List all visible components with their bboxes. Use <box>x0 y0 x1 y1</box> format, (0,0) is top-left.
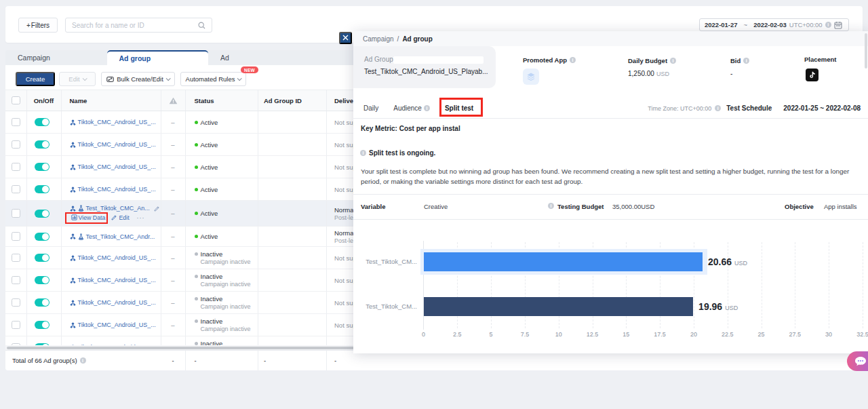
ad-group-detail-panel: Campaign / Ad group Ad Group Test_Tiktok… <box>353 31 868 353</box>
on-off-toggle[interactable] <box>35 298 50 307</box>
on-off-toggle[interactable] <box>35 321 50 329</box>
promoted-app-info-icon[interactable]: i <box>570 57 576 63</box>
ad-group-name-input[interactable] <box>393 56 484 64</box>
row-checkbox[interactable] <box>12 118 20 127</box>
warning-cell-dash: – <box>171 210 174 217</box>
chart-bar[interactable] <box>424 252 703 271</box>
on-off-cell <box>27 178 62 200</box>
chevron-down-icon <box>82 76 87 81</box>
row-checkbox[interactable] <box>12 140 20 149</box>
toggle-knob <box>42 322 49 328</box>
name-cell: Tiktok_CMC_Android_US_... <box>62 314 161 336</box>
on-off-toggle[interactable] <box>35 233 50 241</box>
ad-group-id-cell <box>258 156 327 178</box>
status-dot-icon <box>195 319 198 323</box>
name-cell: Tiktok_CMC_Android_US_... <box>62 336 161 345</box>
header-on-off[interactable]: On/Off <box>27 90 62 111</box>
status-cell: InactiveCampaign inactive <box>186 292 259 313</box>
on-off-toggle[interactable] <box>35 140 50 149</box>
breadcrumb-campaign[interactable]: Campaign <box>363 35 394 43</box>
ad-group-name-link[interactable]: Test_Tiktok_CMC_An... <box>86 205 150 212</box>
row-checkbox[interactable] <box>12 321 20 330</box>
tab-campaign[interactable]: Campaign <box>5 50 107 65</box>
status-subtext: Campaign inactive <box>195 303 251 310</box>
name-cell: Tiktok_CMC_Android_US_... <box>62 178 161 200</box>
automated-rules-button[interactable]: Automated Rules <box>180 72 246 86</box>
tab-ad-group[interactable]: Ad group <box>107 50 209 65</box>
warning-cell-dash: – <box>171 277 174 284</box>
create-button[interactable]: Create <box>16 72 55 86</box>
plus-icon: + <box>26 22 31 29</box>
more-actions-link[interactable]: ··· <box>137 214 145 221</box>
toggle-knob <box>42 210 49 217</box>
header-ad-group-id[interactable]: Ad Group ID <box>258 90 327 111</box>
select-all-cell <box>5 90 27 111</box>
filters-button[interactable]: +Filters <box>18 18 58 33</box>
ad-group-name-link[interactable]: Tiktok_CMC_Android_US_... <box>78 277 156 284</box>
edit-button[interactable]: Edit <box>59 72 96 86</box>
on-off-toggle[interactable] <box>35 254 50 262</box>
row-checkbox[interactable] <box>12 185 20 194</box>
select-all-checkbox[interactable] <box>12 96 20 105</box>
ad-group-name-link[interactable]: Tiktok_CMC_Android_US_... <box>78 322 156 328</box>
filters-label: Filters <box>31 22 50 29</box>
close-icon <box>342 35 349 41</box>
on-off-toggle[interactable] <box>35 210 50 218</box>
bid-info-icon[interactable]: i <box>743 58 749 64</box>
header-name[interactable]: Name <box>62 90 161 111</box>
header-warning[interactable] <box>161 90 186 111</box>
chat-fab-button[interactable] <box>847 351 868 371</box>
status-dot-icon <box>195 297 198 300</box>
on-off-toggle[interactable] <box>35 163 50 171</box>
toggle-knob <box>42 277 49 284</box>
schedule-info-icon[interactable]: i <box>715 105 721 111</box>
chart-x-tick-label: 10 <box>555 331 562 338</box>
on-off-toggle[interactable] <box>35 276 50 284</box>
ad-group-name-link[interactable]: Tiktok_CMC_Android_US_... <box>78 163 156 170</box>
toggle-knob <box>42 119 49 125</box>
row-checkbox[interactable] <box>12 163 20 172</box>
budget-info-icon[interactable]: i <box>548 203 554 209</box>
date-range-picker[interactable]: 2022-01-27 ~ 2022-02-03 UTC+00:00 i <box>699 18 849 31</box>
on-off-toggle[interactable] <box>35 118 50 126</box>
panel-tab-daily[interactable]: Daily <box>363 104 378 112</box>
panel-scrollbar[interactable] <box>865 33 867 69</box>
edit-link[interactable]: Edit <box>111 214 129 221</box>
bar-value-unit: USD <box>725 305 738 311</box>
ad-group-name-link[interactable]: Tiktok_CMC_Android_US_... <box>78 254 156 261</box>
row-checkbox[interactable] <box>12 276 20 285</box>
close-panel-button[interactable] <box>339 32 352 44</box>
ad-group-icon <box>70 187 76 193</box>
ad-group-name-link[interactable]: Tiktok_CMC_Android_US_... <box>78 299 156 306</box>
row-checkbox[interactable] <box>12 254 20 262</box>
ad-group-name-link[interactable]: Test_Tiktok_CMC_Andr... <box>86 233 155 240</box>
daily-budget-currency: USD <box>656 71 669 77</box>
rename-icon[interactable] <box>154 206 160 212</box>
status-dot-icon <box>195 121 198 124</box>
ad-group-name-link[interactable]: Tiktok_CMC_Android_US_... <box>78 119 156 125</box>
total-info-icon[interactable]: i <box>80 357 86 364</box>
on-off-cell <box>27 269 62 291</box>
row-checkbox[interactable] <box>12 232 20 241</box>
panel-tab-audience[interactable]: Audiencei <box>393 104 430 112</box>
layers-icon <box>526 72 536 81</box>
on-off-toggle[interactable] <box>35 185 50 193</box>
timezone-info-icon[interactable]: i <box>825 22 831 28</box>
ad-group-name-link[interactable]: Tiktok_CMC_Android_US_... <box>78 141 156 148</box>
bulk-create-edit-button[interactable]: Bulk Create/Edit <box>101 72 175 86</box>
warning-cell-dash: – <box>171 233 174 240</box>
chart-bar[interactable] <box>424 297 694 316</box>
daily-budget-info-icon[interactable]: i <box>670 58 676 64</box>
ad-group-name-link[interactable]: Tiktok_CMC_Android_US_... <box>78 186 156 193</box>
name-cell: Tiktok_CMC_Android_US_... <box>62 156 161 178</box>
header-status[interactable]: Status <box>186 90 259 111</box>
audience-info-icon: i <box>424 105 430 111</box>
row-checkbox[interactable] <box>12 209 20 218</box>
testing-budget-label: Testing Budget <box>557 203 604 210</box>
horizontal-scrollbar[interactable] <box>7 347 357 350</box>
search-input[interactable]: Search for a name or ID <box>65 18 212 33</box>
row-checkbox[interactable] <box>12 298 20 307</box>
status-cell: Active <box>186 134 259 155</box>
tab-ad[interactable]: Ad <box>208 50 310 65</box>
chart-gridline <box>795 242 795 328</box>
